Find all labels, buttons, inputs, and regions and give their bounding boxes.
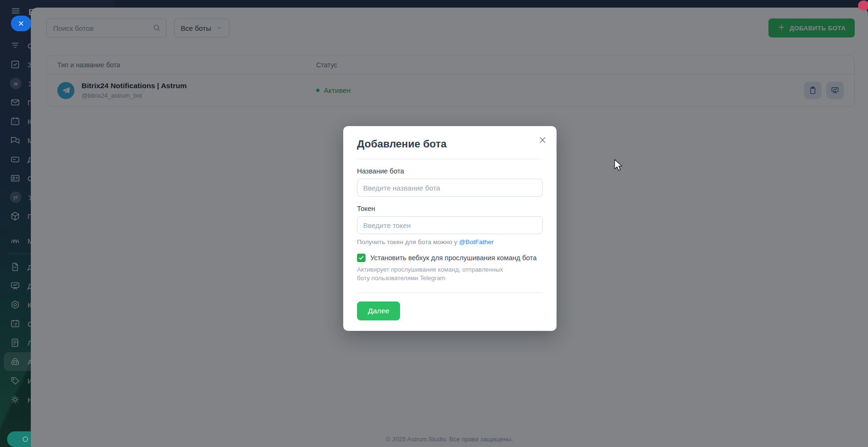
notification-badge[interactable] (858, 0, 868, 10)
modal-title: Добавление бота (357, 138, 543, 159)
close-icon[interactable] (536, 134, 548, 146)
sidebar-collapse-button[interactable] (11, 16, 31, 31)
bot-name-input[interactable] (357, 179, 543, 197)
bot-name-label: Название бота (357, 167, 543, 175)
floating-widget-button[interactable] (7, 431, 31, 447)
webhook-checkbox-label: Установить вебхук для прослушивания кома… (370, 254, 537, 262)
token-hint: Получить токен для бота можно у @BotFath… (357, 238, 543, 246)
modal-footer: Далее (357, 292, 543, 320)
next-button[interactable]: Далее (357, 301, 400, 320)
token-hint-text: Получить токен для бота можно у (357, 238, 459, 246)
add-bot-modal: Добавление бота Название бота Токен Полу… (343, 126, 557, 331)
widget-glyph-icon (23, 437, 28, 442)
token-input[interactable] (357, 216, 543, 234)
token-label: Токен (357, 205, 543, 212)
webhook-description: Активирует прослушивание команд, отправл… (357, 265, 510, 282)
checkbox-checked-icon[interactable] (357, 254, 365, 262)
webhook-checkbox-row[interactable]: Установить вебхук для прослушивания кома… (357, 254, 543, 262)
botfather-link[interactable]: @BotFather (459, 238, 493, 246)
